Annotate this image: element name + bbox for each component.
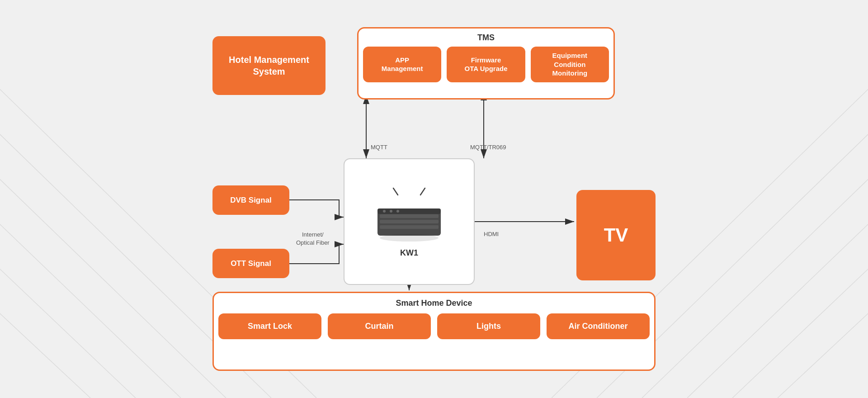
svg-point-28 [396,210,399,213]
equipment-monitoring-box: Equipment Condition Monitoring [531,47,609,82]
tms-boxes: APP Management Firmware OTA Upgrade Equi… [363,47,609,82]
svg-point-26 [383,210,386,213]
architecture-diagram: TMS APP Management Firmware OTA Upgrade … [212,27,656,371]
svg-point-29 [380,234,439,242]
svg-line-20 [420,188,425,195]
internet-label: Internet/ Optical Fiber [296,231,330,247]
ott-signal-box: OTT Signal [212,249,289,278]
tv-box: TV [576,190,656,280]
main-content: TMS APP Management Firmware OTA Upgrade … [0,0,868,398]
svg-line-19 [393,188,398,195]
svg-rect-23 [380,220,439,223]
svg-rect-25 [377,208,441,214]
svg-point-27 [390,210,392,213]
smart-home-devices: Smart Lock Curtain Lights Air Conditione… [218,313,650,339]
smart-home-container: Smart Home Device Smart Lock Curtain Lig… [212,292,656,371]
firmware-ota-box: Firmware OTA Upgrade [447,47,525,82]
mqtt-tr069-label: MQTT/TR069 [470,144,506,151]
kw1-label: KW1 [400,248,418,258]
smart-home-label: Smart Home Device [396,298,472,308]
router-illustration [368,186,450,245]
hdmi-label: HDMI [484,231,499,237]
svg-rect-22 [380,214,439,218]
svg-rect-24 [380,225,439,229]
tms-label: TMS [477,33,495,43]
mqtt-label: MQTT [371,144,387,151]
lights-box: Lights [437,313,540,339]
curtain-box: Curtain [328,313,431,339]
tms-container: TMS APP Management Firmware OTA Upgrade … [357,27,615,100]
dvb-signal-box: DVB Signal [212,185,289,215]
smart-lock-box: Smart Lock [218,313,321,339]
kw1-container: KW1 [344,158,475,285]
air-conditioner-box: Air Conditioner [547,313,650,339]
app-management-box: APP Management [363,47,441,82]
hotel-management-box: Hotel Management System [212,36,326,95]
